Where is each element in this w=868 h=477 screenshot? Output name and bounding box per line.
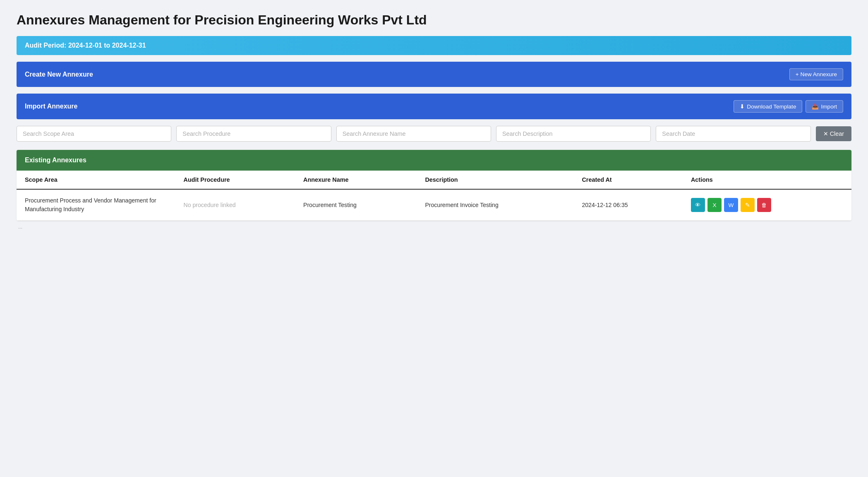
search-scope-area-input[interactable] [17,126,171,142]
excel-button[interactable]: X [707,198,722,212]
annexures-table: Scope Area Audit Procedure Annexure Name… [17,171,851,221]
table-section-header: Existing Annexures [17,150,851,171]
cell-description: Procurement Invoice Testing [417,189,573,221]
cell-annexure-name: Procurement Testing [295,189,417,221]
col-description: Description [417,171,573,189]
search-annexure-name-input[interactable] [336,126,491,142]
footer-dots: ... [17,224,851,230]
table-header-row: Scope Area Audit Procedure Annexure Name… [17,171,851,189]
delete-button[interactable]: 🗑 [757,198,771,212]
import-action-group: ⬇ Download Template 📥 Import [734,100,843,113]
audit-period-bar: Audit Period: 2024-12-01 to 2024-12-31 [17,36,851,55]
download-template-button[interactable]: ⬇ Download Template [734,100,802,113]
clear-button[interactable]: ✕ Clear [816,126,851,141]
action-buttons-group: 👁XW✎🗑 [691,198,843,212]
import-button[interactable]: 📥 Import [806,100,843,113]
cell-created-at: 2024-12-12 06:35 [573,189,683,221]
cell-scope-area: Procurement Process and Vendor Managemen… [17,189,175,221]
import-section-label: Import Annexure [25,103,77,110]
create-section-label: Create New Annexure [25,71,93,78]
search-description-input[interactable] [496,126,651,142]
search-bar: ✕ Clear [17,126,851,142]
edit-button[interactable]: ✎ [741,198,755,212]
table-row: Procurement Process and Vendor Managemen… [17,189,851,221]
col-actions: Actions [683,171,851,189]
audit-period-text: Audit Period: 2024-12-01 to 2024-12-31 [25,42,146,49]
download-template-label: Download Template [747,104,796,110]
import-label: Import [821,104,837,110]
cell-audit-procedure: No procedure linked [175,189,295,221]
search-date-input[interactable] [656,126,810,142]
col-audit-procedure: Audit Procedure [175,171,295,189]
col-scope-area: Scope Area [17,171,175,189]
cell-actions: 👁XW✎🗑 [683,189,851,221]
create-annexure-section: Create New Annexure + New Annexure [17,62,851,87]
view-button[interactable]: 👁 [691,198,705,212]
page-title: Annexures Management for Precision Engin… [17,12,851,28]
table-body: Procurement Process and Vendor Managemen… [17,189,851,221]
word-button[interactable]: W [724,198,738,212]
import-annexure-section: Import Annexure ⬇ Download Template 📥 Im… [17,94,851,119]
col-annexure-name: Annexure Name [295,171,417,189]
col-created-at: Created At [573,171,683,189]
annexures-table-section: Existing Annexures Scope Area Audit Proc… [17,150,851,221]
new-annexure-button[interactable]: + New Annexure [789,68,843,80]
download-icon: ⬇ [740,103,745,110]
import-icon: 📥 [812,103,819,110]
search-procedure-input[interactable] [176,126,331,142]
